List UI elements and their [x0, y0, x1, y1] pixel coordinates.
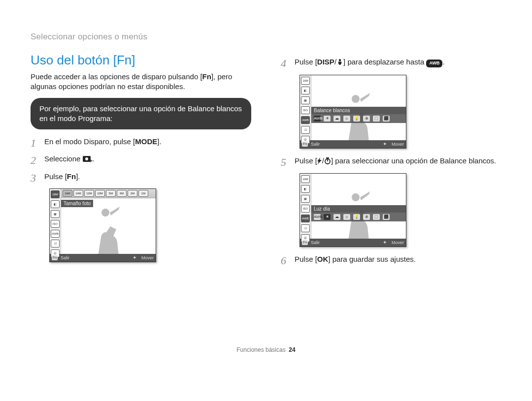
sidebar-icon: AWB: [301, 215, 310, 222]
sidebar-icon: 16M: [51, 190, 60, 198]
screen-label: Luz día: [311, 205, 406, 213]
sidebar-icon: 16M: [301, 77, 310, 85]
sidebar-icon: ▦: [301, 195, 310, 203]
sidebar-icon: 16M: [301, 175, 310, 183]
sidebar-icon: ☑: [301, 224, 310, 232]
size-chip: 14M: [73, 190, 83, 197]
breadcrumb: Seleccionar opciones o menús: [31, 32, 501, 42]
sidebar-icon: ▦: [301, 96, 310, 104]
footer-exit-label: Salir: [61, 255, 69, 260]
size-chip: 3M: [117, 190, 127, 197]
svg-point-1: [85, 157, 88, 160]
wb-option: ☁: [333, 116, 340, 122]
wb-option: ⬛: [383, 214, 390, 220]
ok-key-icon: OK: [317, 255, 329, 263]
size-chip: 16M: [63, 190, 72, 197]
screen-footer: Fn Salir Mover: [300, 239, 406, 247]
screen-footer: Fn Salir Mover: [50, 254, 156, 262]
example-callout: Por ejemplo, para seleccionar una opción…: [31, 98, 251, 130]
camera-screen-daylight: 16M ◧ ▦ ISO AWB ☑ ⮾: [299, 173, 406, 247]
sidebar-icon: ISO: [301, 205, 310, 213]
steps-list-right-3: 6 Pulse [OK] para guardar sus ajustes.: [281, 254, 501, 265]
sidebar-icon: ▦: [51, 210, 60, 218]
sidebar-icon: ISO: [301, 106, 310, 114]
size-chip: 5M: [106, 190, 116, 197]
right-column: 4 Pulse [DISP/] para desplazarse hasta A…: [281, 53, 501, 271]
silhouette-icon: [88, 203, 123, 254]
wb-option: ☁: [333, 214, 340, 220]
sidebar-icon: ◧: [301, 185, 310, 193]
sidebar-icon: ISO: [51, 220, 60, 228]
dpad-icon: [383, 141, 389, 147]
page-footer: Funciones básicas 24: [0, 346, 532, 353]
screen-label: Balance blancos: [311, 107, 406, 114]
mode-key-icon: MODE: [135, 137, 157, 146]
fn-icon: Fn: [302, 240, 308, 245]
photo-size-row: 16M 14M 12M 10M 5M 3M 2M 1M: [61, 189, 156, 198]
sidebar-icon: ☑: [51, 240, 60, 247]
intro-text: Puede acceder a las opciones de disparo …: [31, 72, 251, 92]
macro-icon: [336, 58, 343, 69]
timer-icon: [324, 156, 331, 168]
screen-footer: Fn Salir Mover: [300, 140, 406, 148]
size-chip: 1M: [138, 190, 148, 197]
sidebar-icon: AWB: [51, 230, 60, 238]
step-4: 4 Pulse [DISP/] para desplazarse hasta A…: [281, 57, 501, 69]
step-2: 2 Seleccione P .: [31, 154, 251, 166]
wb-option: ※: [363, 116, 370, 122]
wb-option: ☀: [324, 116, 331, 122]
wb-option: ☀: [324, 214, 331, 220]
size-chip: 10M: [95, 190, 105, 197]
screen-sidebar: 16M ◧ ▦ ISO AWB ☑ ⮾: [300, 75, 311, 140]
step-6: 6 Pulse [OK] para guardar sus ajustes.: [281, 254, 501, 265]
wb-options-row: AWB ☀ ☁ ☼ 💡 ※ ⬚ ⬛: [311, 114, 406, 123]
wb-option: ※: [363, 214, 370, 220]
fn-key-icon: Fn: [202, 72, 211, 81]
footer-move-label: Mover: [141, 255, 154, 260]
dpad-icon: [133, 255, 138, 261]
wb-option: AWB: [314, 214, 321, 220]
steps-list-left: 1 En el modo Disparo, pulse [MODE]. 2 Se…: [31, 136, 251, 183]
sidebar-icon: ☑: [301, 126, 310, 134]
wb-option: ⬚: [373, 214, 380, 220]
footer-move-label: Mover: [392, 142, 404, 147]
wb-option: ⬛: [383, 116, 390, 122]
wb-options-row: AWB ☀ ☁ ☼ 💡 ※ ⬚ ⬛: [311, 213, 406, 221]
sidebar-icon: ◧: [301, 87, 310, 94]
fn-icon: Fn: [302, 142, 308, 147]
camera-screen-white-balance: 16M ◧ ▦ ISO AWB ☑ ⮾: [299, 75, 406, 149]
wb-option: ⬚: [373, 116, 380, 122]
wb-option: ☼: [343, 214, 350, 220]
step-3: 3 Pulse [Fn].: [31, 171, 251, 183]
camera-screen-photo-size: 16M ◧ ▦ ISO AWB ☑ ⮾ 16M 14M: [49, 188, 156, 262]
wb-option: 💡: [353, 214, 360, 220]
steps-list-right: 4 Pulse [DISP/] para desplazarse hasta A…: [281, 57, 501, 69]
flash-icon: [317, 156, 322, 168]
steps-list-right-2: 5 Pulse [/] para seleccionar una opción …: [281, 155, 501, 168]
size-chip: 12M: [84, 190, 94, 197]
section-title: Uso del botón [Fn]: [31, 53, 251, 68]
awb-icon: AWB: [426, 60, 442, 67]
footer-exit-label: Salir: [311, 142, 320, 147]
left-column: Uso del botón [Fn] Puede acceder a las o…: [31, 53, 251, 271]
footer-move-label: Mover: [392, 240, 404, 245]
dpad-icon: [383, 240, 389, 246]
program-mode-icon: P: [83, 154, 93, 166]
screen-sidebar: 16M ◧ ▦ ISO AWB ☑ ⮾: [50, 189, 61, 254]
screen-sidebar: 16M ◧ ▦ ISO AWB ☑ ⮾: [300, 174, 311, 239]
step-1: 1 En el modo Disparo, pulse [MODE].: [31, 136, 251, 148]
footer-exit-label: Salir: [311, 240, 320, 245]
fn-icon: Fn: [52, 255, 58, 260]
sidebar-icon: ◧: [51, 200, 60, 208]
disp-key-icon: DISP: [317, 58, 334, 66]
wb-option: 💡: [353, 116, 360, 122]
wb-option: ☼: [343, 116, 350, 122]
sidebar-icon: AWB: [301, 116, 310, 124]
step-5: 5 Pulse [/] para seleccionar una opción …: [281, 155, 501, 168]
wb-option: AWB: [314, 116, 321, 122]
fn-key-icon: Fn: [67, 172, 76, 181]
size-chip: 2M: [128, 190, 137, 197]
